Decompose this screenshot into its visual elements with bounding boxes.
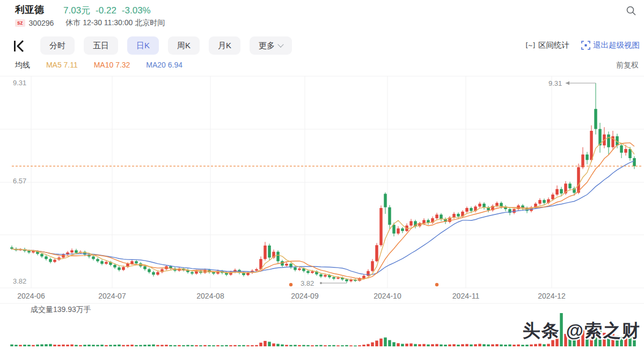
price-quote: 7.03元-0.22-3.03% [63,4,156,17]
tab-weekly-k[interactable]: 周K [168,36,200,55]
ma-indicator-bar: 均线 MA5 7.11 MA10 7.32 MA20 6.94 [15,61,196,70]
tab-label: 五日 [93,36,109,55]
stock-subline: sz 300296 休市 12-30 11:30:00 北京时间 [15,19,165,27]
x-axis-label: 2024-10 [366,292,409,300]
tab-five-day[interactable]: 五日 [84,36,118,55]
x-axis-label: 2024-11 [444,292,487,300]
watermark: 头条 @索之财 [523,319,641,343]
x-axis-label: 2024-12 [530,292,573,300]
tab-label: 日K [136,36,150,55]
kline-logo-icon [13,40,27,53]
current-price: 7.03元 [63,5,90,16]
y-axis-tick: 9.31 [13,79,26,87]
toolbar-right-tools: [~] 区间统计 退出超级视图 [525,40,640,50]
exchange-badge: sz [15,19,25,27]
y-axis-tick: 3.82 [13,277,26,285]
range-stats-icon: [~] [525,41,536,49]
x-axis-label: 2024-07 [91,292,134,300]
svg-text:9.31: 9.31 [548,79,562,87]
exit-super-view-label: 退出超级视图 [593,40,640,50]
volume-label: 成交量139.93万手 [31,305,91,315]
chevron-down-icon [277,41,283,47]
ma20-value: MA20 6.94 [146,61,182,69]
market-status: 休市 12-30 11:30:00 北京时间 [65,18,165,28]
tab-label: 更多 [259,36,275,55]
x-axis-label: 2024-06 [10,292,53,300]
tab-more[interactable]: 更多 [250,36,292,55]
tab-daily-k[interactable]: 日K [127,36,159,55]
ma-title: 均线 [15,61,30,69]
x-axis-label: 2024-08 [189,292,232,300]
adjust-mode-label[interactable]: 前复权 [616,61,639,70]
period-tabs: 分时 五日 日K 周K 月K 更多 [40,36,292,55]
svg-text:3.82: 3.82 [301,279,314,287]
x-axis-label: 2024-09 [283,292,326,300]
ma5-value: MA5 7.11 [46,61,78,69]
tab-minute[interactable]: 分时 [40,36,75,55]
price-change-pct: -3.03% [122,5,151,16]
y-axis-tick: 6.57 [13,177,26,185]
exit-fullscreen-icon [581,41,590,50]
chart-toolbar: 分时 五日 日K 周K 月K 更多 [~] 区间统计 退出超级视图 [0,36,644,56]
range-stats-button[interactable]: 区间统计 [538,40,569,50]
search-icon [625,4,638,17]
tab-label: 周K [177,36,191,55]
tab-label: 月K [218,36,231,55]
stock-app: 9.313.82 利亚德 7.03元-0.22-3.03% sz 300296 … [0,0,644,349]
ma10-value: MA10 7.32 [94,61,130,69]
exit-super-view-button[interactable]: 退出超级视图 [581,40,640,50]
tab-monthly-k[interactable]: 月K [209,36,240,55]
tab-label: 分时 [49,36,65,55]
stock-code: 300296 [29,19,54,27]
stock-name: 利亚德 [15,3,44,16]
search-button[interactable] [625,4,638,17]
price-change: -0.22 [96,5,116,16]
